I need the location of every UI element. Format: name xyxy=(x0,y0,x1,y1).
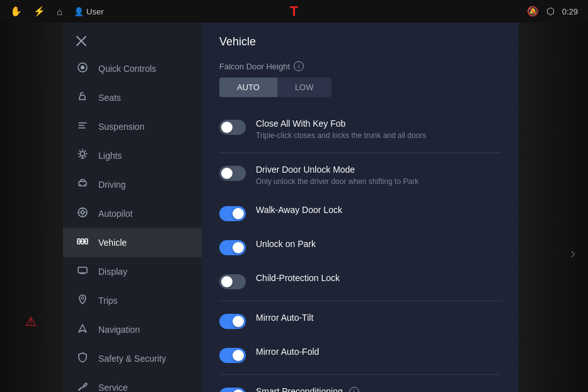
safety-security-label: Safety & Security xyxy=(98,354,166,364)
svg-point-7 xyxy=(81,152,85,156)
sidebar-item-autopilot[interactable]: Autopilot xyxy=(63,199,202,228)
falcon-door-low-btn[interactable]: LOW xyxy=(277,78,331,97)
mirror-auto-tilt-title: Mirror Auto-Tilt xyxy=(256,313,501,323)
sidebar-item-vehicle[interactable]: Vehicle xyxy=(63,228,202,257)
right-edge: › xyxy=(519,23,588,392)
svg-point-33 xyxy=(81,297,84,299)
falcon-door-info-icon[interactable]: i xyxy=(294,61,304,71)
sidebar-item-driving[interactable]: Driving xyxy=(63,170,202,199)
child-protection-lock-row: Child-Protection Lock xyxy=(219,264,501,298)
close-all-key-fob-title: Close All With Key Fob xyxy=(256,118,501,129)
alert-icon: ⚠ xyxy=(25,314,37,329)
seats-label: Seats xyxy=(98,93,121,103)
lights-label: Lights xyxy=(98,151,122,161)
display-label: Display xyxy=(98,267,127,277)
smart-preconditioning-toggle[interactable] xyxy=(219,388,246,392)
driver-door-unlock-toggle[interactable] xyxy=(219,166,246,181)
suspension-icon xyxy=(76,120,89,134)
mirror-auto-tilt-row: Mirror Auto-Tilt xyxy=(219,304,501,338)
svg-line-14 xyxy=(85,151,86,152)
child-protection-lock-title: Child-Protection Lock xyxy=(256,273,501,283)
display-icon xyxy=(76,265,89,279)
svg-line-13 xyxy=(85,156,86,158)
trips-icon xyxy=(76,294,89,308)
service-label: Service xyxy=(98,383,128,392)
lightning-icon[interactable]: ⚡ xyxy=(33,6,45,17)
svg-point-21 xyxy=(81,211,84,214)
hand-icon[interactable]: ✋ xyxy=(10,6,22,17)
close-all-key-fob-toggle[interactable] xyxy=(219,120,246,135)
sidebar-item-suspension[interactable]: Suspension xyxy=(63,112,202,141)
svg-point-19 xyxy=(84,184,86,185)
svg-line-15 xyxy=(79,156,81,158)
tesla-logo: T xyxy=(290,3,298,20)
smart-preconditioning-info-icon[interactable]: i xyxy=(349,387,359,392)
top-bar-right: 🔕 ⬡ 0:29 xyxy=(527,6,578,17)
user-menu[interactable]: 👤 User xyxy=(74,7,103,16)
suspension-label: Suspension xyxy=(98,122,144,132)
sidebar-item-service[interactable]: Service xyxy=(63,373,202,392)
mirror-auto-fold-title: Mirror Auto-Fold xyxy=(256,347,501,357)
sidebar-item-lights[interactable]: Lights xyxy=(63,141,202,170)
main-area: ⚠ Quick Controls xyxy=(0,23,588,392)
driving-label: Driving xyxy=(98,180,126,190)
smart-preconditioning-row: Smart Preconditioning i Learning... xyxy=(219,378,501,392)
sidebar-item-trips[interactable]: Trips xyxy=(63,286,202,315)
vehicle-icon xyxy=(76,236,89,250)
svg-point-3 xyxy=(81,66,84,69)
close-all-key-fob-row: Close All With Key Fob Triple-click clos… xyxy=(219,110,501,150)
falcon-door-auto-btn[interactable]: AUTO xyxy=(219,78,277,97)
walk-away-door-lock-toggle[interactable] xyxy=(219,206,246,221)
top-bar: ✋ ⚡ ⌂ 👤 User T 🔕 ⬡ 0:29 xyxy=(0,0,588,23)
left-edge: ⚠ xyxy=(0,23,63,392)
lights-icon xyxy=(76,149,89,163)
divider-3 xyxy=(219,374,501,375)
seats-icon xyxy=(76,91,89,105)
sidebar-item-navigation[interactable]: Navigation xyxy=(63,315,202,344)
driving-icon xyxy=(76,178,89,192)
mirror-auto-fold-toggle[interactable] xyxy=(219,348,246,363)
driver-door-unlock-title: Driver Door Unlock Mode xyxy=(256,164,501,175)
right-edge-arrow: › xyxy=(519,245,582,262)
divider-1 xyxy=(219,153,501,153)
trips-label: Trips xyxy=(98,296,118,306)
bluetooth-icon[interactable]: ⬡ xyxy=(546,6,555,17)
quick-controls-icon xyxy=(76,62,89,76)
svg-point-18 xyxy=(80,184,81,185)
sidebar-item-quick-controls[interactable]: Quick Controls xyxy=(63,54,202,83)
clock: 0:29 xyxy=(562,7,578,16)
svg-rect-17 xyxy=(79,182,86,186)
close-button[interactable] xyxy=(63,28,202,54)
service-icon xyxy=(76,381,89,392)
unlock-on-park-row: Unlock on Park xyxy=(219,230,501,264)
driver-door-unlock-desc: Only unlock the driver door when shiftin… xyxy=(256,176,501,187)
home-icon[interactable]: ⌂ xyxy=(57,6,62,17)
quick-controls-label: Quick Controls xyxy=(98,64,156,74)
top-bar-left: ✋ ⚡ ⌂ 👤 User xyxy=(10,6,104,17)
navigation-icon xyxy=(76,323,89,337)
mirror-auto-tilt-toggle[interactable] xyxy=(219,314,246,329)
mute-icon[interactable]: 🔕 xyxy=(527,6,539,17)
sidebar-item-display[interactable]: Display xyxy=(63,257,202,286)
sidebar-item-safety-security[interactable]: Safety & Security xyxy=(63,344,202,373)
unlock-on-park-title: Unlock on Park xyxy=(256,239,501,249)
safety-icon xyxy=(76,352,89,366)
main-panel: Vehicle Falcon Door Height i AUTO LOW Cl… xyxy=(202,23,519,392)
walk-away-door-lock-row: Walk-Away Door Lock xyxy=(219,196,501,230)
child-protection-lock-toggle[interactable] xyxy=(219,274,246,289)
mirror-auto-fold-row: Mirror Auto-Fold xyxy=(219,338,501,372)
svg-line-12 xyxy=(79,151,81,152)
autopilot-icon xyxy=(76,207,89,221)
divider-2 xyxy=(219,301,501,301)
sidebar-item-seats[interactable]: Seats xyxy=(63,83,202,112)
navigation-label: Navigation xyxy=(98,325,140,335)
vehicle-label: Vehicle xyxy=(98,238,127,248)
panel-title: Vehicle xyxy=(219,35,501,49)
autopilot-label: Autopilot xyxy=(98,209,132,219)
smart-preconditioning-title: Smart Preconditioning i xyxy=(256,386,501,392)
sidebar: Quick Controls Seats Suspe xyxy=(63,23,202,392)
svg-rect-30 xyxy=(78,267,87,273)
driver-door-unlock-row: Driver Door Unlock Mode Only unlock the … xyxy=(219,156,501,196)
unlock-on-park-toggle[interactable] xyxy=(219,240,246,255)
walk-away-door-lock-title: Walk-Away Door Lock xyxy=(256,205,501,215)
